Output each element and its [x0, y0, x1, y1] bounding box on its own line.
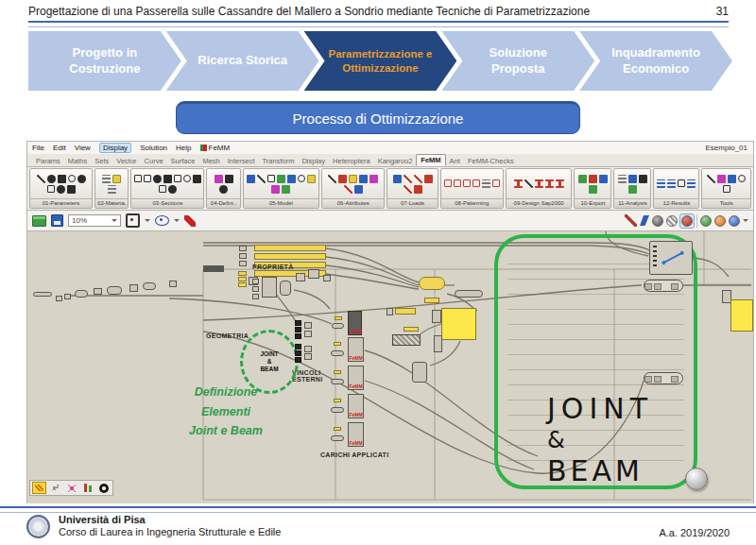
- group-label[interactable]: 05-Model: [244, 198, 319, 208]
- toolbar-group-analysis[interactable]: 11-Analysis: [613, 168, 651, 209]
- toolbar-group-export[interactable]: 10-Export: [574, 168, 611, 209]
- slider-node[interactable]: [238, 282, 247, 287]
- tab-surface[interactable]: Surface: [167, 156, 199, 166]
- expression-tool-icon[interactable]: x²: [48, 482, 62, 494]
- toolbar-group-attributes[interactable]: 06-Attributes: [321, 168, 385, 209]
- tool-icon[interactable]: [514, 179, 523, 188]
- tool-icon[interactable]: [657, 179, 665, 188]
- node[interactable]: [455, 290, 483, 298]
- node[interactable]: [252, 279, 259, 284]
- tool-icon[interactable]: [472, 179, 480, 187]
- tab-transform[interactable]: Transform: [259, 156, 299, 166]
- tool-icon[interactable]: [37, 175, 45, 183]
- group-label[interactable]: 07-Loads: [387, 198, 437, 208]
- node[interactable]: [295, 327, 301, 332]
- tab-maths[interactable]: Maths: [64, 156, 91, 166]
- tool-icon[interactable]: [723, 185, 730, 193]
- node[interactable]: [262, 277, 277, 298]
- tool-icon[interactable]: [277, 175, 285, 183]
- node[interactable]: [143, 282, 156, 290]
- tool-icon[interactable]: [108, 185, 116, 194]
- node[interactable]: [304, 346, 312, 352]
- menu-edit[interactable]: Edit: [53, 144, 66, 152]
- tool-icon[interactable]: [112, 175, 121, 183]
- tool-icon[interactable]: [183, 175, 191, 182]
- node[interactable]: [239, 253, 247, 259]
- tool-icon[interactable]: [359, 175, 368, 183]
- node[interactable]: [304, 353, 312, 360]
- node[interactable]: [94, 288, 102, 295]
- tab-display[interactable]: Display: [298, 156, 329, 166]
- group-label[interactable]: 04-Defini..: [207, 198, 239, 208]
- tool-icon[interactable]: [267, 175, 275, 182]
- node[interactable]: [75, 290, 88, 298]
- preview-blue-sphere-icon[interactable]: [729, 215, 740, 227]
- group-label[interactable]: 06-Attributes: [322, 198, 384, 208]
- zoom-extents-icon[interactable]: [126, 213, 140, 228]
- tool-icon[interactable]: [393, 175, 402, 183]
- node[interactable]: [64, 294, 71, 299]
- group-label[interactable]: 02-Materia..: [95, 198, 128, 208]
- tool-icon[interactable]: [287, 175, 296, 183]
- femm-component[interactable]: FeMM: [348, 337, 364, 362]
- chevron-down-icon[interactable]: [145, 219, 150, 222]
- draw-pen-icon[interactable]: [625, 214, 637, 227]
- tab-curve[interactable]: Curve: [141, 156, 167, 166]
- capsule-component[interactable]: [644, 280, 683, 292]
- channel-sliders-icon[interactable]: [80, 482, 94, 494]
- menu-help[interactable]: Help: [176, 144, 191, 152]
- node[interactable]: [434, 335, 442, 352]
- tool-icon[interactable]: [174, 175, 181, 182]
- input-node[interactable]: [334, 342, 341, 346]
- tool-icon[interactable]: [247, 175, 255, 183]
- node[interactable]: [239, 246, 247, 251]
- tool-icon[interactable]: [159, 185, 166, 193]
- menu-femm[interactable]: FeMM: [200, 144, 231, 152]
- number-slider[interactable]: [254, 245, 326, 251]
- input-node[interactable]: [331, 435, 344, 441]
- tab-kangaroo2[interactable]: Kangaroo2: [374, 156, 417, 166]
- tool-icon[interactable]: [153, 175, 162, 183]
- tool-icon[interactable]: [298, 175, 305, 182]
- node[interactable]: [296, 273, 305, 281]
- toolbar-group-definitions[interactable]: 04-Defini..: [206, 168, 240, 209]
- chevron-down-icon[interactable]: [174, 219, 180, 222]
- panel-large[interactable]: [730, 299, 753, 332]
- tool-icon[interactable]: [738, 175, 746, 182]
- input-node[interactable]: [332, 323, 344, 329]
- grasshopper-canvas[interactable]: PROPRIETÀ GEOMETRIA VINCOLI ESTERNI CARI…: [27, 231, 753, 503]
- node[interactable]: [280, 281, 291, 296]
- group-label[interactable]: 11-Analysis: [614, 198, 650, 208]
- tool-icon[interactable]: [628, 175, 637, 183]
- node[interactable]: [295, 357, 301, 363]
- tool-icon[interactable]: [524, 179, 533, 188]
- tool-icon[interactable]: [618, 175, 627, 183]
- node[interactable]: [412, 362, 427, 383]
- panel-node[interactable]: [424, 298, 439, 303]
- node[interactable]: [308, 269, 319, 279]
- tab-heteroptera[interactable]: Heteroptera: [329, 156, 374, 166]
- tool-icon[interactable]: [678, 179, 685, 187]
- group-label[interactable]: 03-Sections: [131, 198, 203, 208]
- tool-icon[interactable]: [492, 179, 500, 187]
- input-node[interactable]: [331, 350, 344, 356]
- toolbar-group-model[interactable]: 05-Model: [243, 168, 320, 209]
- chevron-down-icon[interactable]: [743, 219, 748, 222]
- tool-icon[interactable]: [134, 175, 142, 182]
- node[interactable]: [252, 286, 259, 292]
- save-icon[interactable]: [51, 214, 63, 227]
- number-slider[interactable]: [254, 253, 326, 260]
- tool-icon[interactable]: [639, 175, 647, 183]
- group-label[interactable]: 09-Design Sap2000: [507, 198, 572, 208]
- tool-icon[interactable]: [589, 185, 597, 194]
- preview-green-sphere-icon[interactable]: [700, 215, 712, 227]
- tool-icon[interactable]: [349, 175, 357, 183]
- tool-icon[interactable]: [257, 175, 266, 183]
- tool-icon[interactable]: [77, 175, 86, 183]
- tool-icon[interactable]: [68, 175, 76, 182]
- sketch-tool-icon[interactable]: [32, 482, 46, 494]
- tab-femm[interactable]: FeMM: [416, 154, 445, 166]
- tool-icon[interactable]: [193, 175, 201, 183]
- node[interactable]: [295, 320, 301, 326]
- group-label[interactable]: 10-Export: [575, 198, 610, 208]
